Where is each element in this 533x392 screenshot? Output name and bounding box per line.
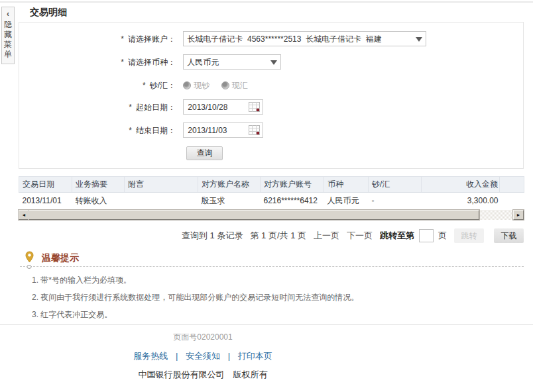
remit-option-label: 现汇	[232, 81, 248, 90]
col-cash-type: 钞/汇	[369, 177, 422, 193]
cell-extra	[500, 193, 524, 209]
cell-currency: 人民币元	[324, 193, 369, 209]
tip-item-2: 2. 夜间由于我行须进行系统数据处理，可能出现部分账户的交易记录短时间无法查询的…	[32, 292, 359, 303]
col-memo: 附言	[125, 177, 198, 193]
dropdown-arrow-icon	[270, 60, 277, 68]
horizontal-scrollbar[interactable]: ◄ ►	[19, 210, 524, 220]
remit-option[interactable]: 现汇	[221, 81, 248, 90]
start-date-value: 2013/10/28	[188, 100, 227, 115]
col-extra	[500, 177, 524, 193]
required-mark: *	[121, 58, 124, 67]
page-info: 第 1 页/共 1 页	[250, 230, 306, 242]
currency-select[interactable]: 人民币元	[183, 54, 281, 70]
col-counterparty-name: 对方账户名称	[198, 177, 261, 193]
collapse-menu-label: 隐藏菜单	[3, 20, 13, 60]
tips-header: 温馨提示	[25, 250, 79, 270]
jump-button[interactable]: 跳转	[454, 228, 484, 243]
results-table: 交易日期 业务摘要 附言 对方账户名称 对方账户账号 币种 钞/汇 收入金额 2…	[19, 176, 524, 209]
cash-type-label: *钞/汇：	[19, 78, 176, 93]
col-counterparty-account: 对方账户账号	[261, 177, 324, 193]
jump-suffix-label: 页	[438, 230, 447, 242]
tips-title: 温馨提示	[42, 252, 79, 264]
end-date-input[interactable]: 2013/11/03	[183, 122, 263, 138]
cell-counterparty-account: 6216******6412	[261, 193, 324, 209]
query-button[interactable]: 查询	[186, 146, 223, 160]
calendar-icon[interactable]	[249, 102, 260, 112]
tip-item-3: 3. 红字代表冲正交易。	[32, 309, 112, 320]
table-header-row: 交易日期 业务摘要 附言 对方账户名称 对方账户账号 币种 钞/汇 收入金额	[19, 177, 524, 193]
cash-option-label: 现钞	[194, 81, 209, 90]
account-select[interactable]: 长城电子借记卡 4563******2513 长城电子借记卡 福建	[183, 31, 426, 46]
required-mark: *	[129, 103, 132, 112]
cell-memo	[125, 193, 198, 209]
security-notice-link[interactable]: 安全须知	[186, 351, 220, 361]
page-title: 交易明细	[30, 7, 67, 19]
results-table-wrap: 交易日期 业务摘要 附言 对方账户名称 对方账户账号 币种 钞/汇 收入金额 2…	[19, 176, 524, 209]
query-form: *请选择账户： 长城电子借记卡 4563******2513 长城电子借记卡 福…	[19, 22, 524, 169]
scrollbar-track[interactable]	[479, 210, 513, 220]
scroll-right-arrow-icon[interactable]: ►	[513, 210, 524, 220]
radio-icon[interactable]	[183, 81, 191, 89]
end-date-label: *结束日期：	[19, 123, 176, 138]
end-date-value: 2013/11/03	[188, 123, 227, 138]
jump-page-input[interactable]	[419, 229, 434, 242]
required-mark: *	[143, 81, 146, 90]
cell-summary: 转账收入	[72, 193, 125, 209]
main-panel: 交易明细 *请选择账户： 长城电子借记卡 4563******2513 长城电子…	[19, 7, 524, 324]
print-page-link[interactable]: 打印本页	[238, 351, 272, 361]
service-hotline-link[interactable]: 服务热线	[133, 351, 168, 361]
account-label: *请选择账户：	[19, 32, 176, 46]
start-date-label: *起始日期：	[19, 100, 176, 115]
page-number: 页面号02020001	[0, 332, 406, 343]
footer-divider	[0, 324, 533, 325]
cell-cash-type: -	[369, 193, 422, 209]
cell-income-amount: 3,300.00	[422, 193, 500, 209]
col-currency: 币种	[324, 177, 369, 193]
link-separator: |	[176, 351, 178, 361]
dropdown-arrow-icon	[416, 37, 422, 45]
collapse-menu-tab[interactable]: ‹ 隐藏菜单	[1, 7, 15, 64]
top-divider	[0, 1, 533, 3]
result-count: 查询到 1 条记录	[182, 230, 243, 242]
account-select-value: 长城电子借记卡 4563******2513 长城电子借记卡 福建	[187, 32, 381, 46]
start-date-input[interactable]: 2013/10/28	[183, 99, 263, 115]
footer-links: 服务热线 | 安全须知 | 打印本页	[0, 350, 406, 362]
scroll-left-arrow-icon[interactable]: ◄	[19, 210, 29, 220]
radio-icon[interactable]	[221, 81, 229, 89]
table-row: 2013/11/01 转账收入 殷玉求 6216******6412 人民币元 …	[19, 193, 524, 209]
required-mark: *	[121, 34, 124, 44]
download-button[interactable]: 下载	[494, 228, 524, 243]
link-separator: |	[228, 351, 230, 361]
tips-divider	[20, 266, 524, 267]
col-summary: 业务摘要	[72, 177, 125, 193]
copyright: 中国银行股份有限公司 版权所有	[0, 369, 406, 381]
required-mark: *	[129, 126, 132, 135]
pagination-bar: 查询到 1 条记录 第 1 页/共 1 页 上一页 下一页 跳转至第 页 跳转 …	[19, 228, 524, 243]
scrollbar-thumb[interactable]	[29, 210, 479, 220]
col-income-amount: 收入金额	[422, 177, 500, 193]
prev-page-link[interactable]: 上一页	[314, 230, 339, 242]
next-page-link[interactable]: 下一页	[347, 230, 373, 242]
currency-label: *请选择币种：	[19, 55, 176, 70]
jump-prefix-label: 跳转至第	[380, 230, 414, 242]
chevron-left-icon: ‹	[2, 9, 14, 19]
tip-item-1: 1. 带*号的输入栏为必填项。	[32, 275, 131, 286]
location-pin-icon	[25, 251, 35, 270]
calendar-icon[interactable]	[249, 125, 260, 135]
cash-option[interactable]: 现钞	[183, 81, 209, 90]
currency-select-value: 人民币元	[187, 55, 219, 70]
cell-trade-date: 2013/11/01	[19, 193, 72, 209]
cell-counterparty-name: 殷玉求	[198, 193, 261, 209]
col-trade-date: 交易日期	[19, 177, 72, 193]
